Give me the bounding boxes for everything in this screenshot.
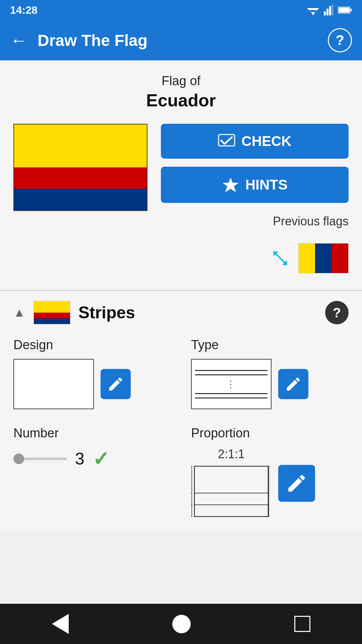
app-bar: ← Draw The Flag ?	[0, 20, 362, 60]
flag-country: Ecuador	[13, 90, 349, 110]
svg-rect-5	[326, 9, 328, 15]
resize-icon	[270, 248, 290, 268]
svg-marker-12	[223, 177, 239, 192]
svg-rect-10	[339, 8, 349, 12]
design-label: Design	[13, 338, 171, 352]
number-control: 3 ✓	[13, 447, 171, 471]
previous-flags: Previous flags	[161, 211, 349, 235]
nav-back-button[interactable]	[52, 614, 69, 634]
navigation-bar	[0, 604, 362, 644]
number-value: 3	[75, 449, 84, 469]
number-label: Number	[13, 426, 171, 440]
proportion-control: 2:1:1	[191, 447, 349, 520]
app-title: Draw The Flag	[38, 31, 328, 50]
proportion-diagram-svg	[191, 465, 272, 518]
help-button[interactable]: ?	[328, 28, 352, 52]
check-icon	[218, 134, 235, 149]
svg-rect-18	[194, 493, 268, 505]
type-label: Type	[191, 338, 349, 352]
design-field: Design	[13, 338, 171, 409]
previous-flags-label: Previous flags	[273, 214, 349, 228]
number-slider[interactable]	[13, 458, 67, 460]
stripes-title: Stripes	[78, 303, 317, 322]
flag-buttons-row: CHECK HINTS Previous flags	[13, 124, 349, 273]
collapse-icon[interactable]: ▲	[13, 306, 25, 320]
design-preview	[13, 359, 94, 409]
proportion-ratio: 2:1:1	[191, 447, 272, 461]
svg-rect-9	[350, 9, 352, 11]
resize-arrows-icon	[270, 248, 290, 268]
previous-flag-thumbnail[interactable]	[298, 243, 349, 273]
flag-stripe-blue	[14, 189, 147, 210]
previous-flags-row	[161, 243, 349, 273]
pencil-icon	[107, 375, 124, 393]
proportion-diagram: 2:1:1	[191, 447, 272, 520]
stripes-help-button[interactable]: ?	[325, 301, 349, 324]
svg-rect-4	[324, 11, 326, 15]
flag-subtitle: Flag of	[13, 74, 349, 88]
design-control	[13, 359, 171, 409]
type-edit-button[interactable]	[278, 369, 308, 399]
proportion-label: Proportion	[191, 426, 349, 440]
number-checkmark: ✓	[93, 447, 109, 471]
back-triangle-icon	[52, 614, 69, 634]
status-icons	[307, 5, 352, 15]
svg-rect-7	[332, 5, 333, 15]
wifi-icon	[307, 5, 319, 15]
star-icon	[222, 176, 239, 194]
status-time: 14:28	[10, 4, 38, 16]
svg-rect-6	[329, 6, 331, 15]
type-control: ⋮	[191, 359, 349, 409]
slider-thumb[interactable]	[13, 453, 24, 464]
recents-square-icon	[294, 616, 310, 632]
number-proportion-row: Number 3 ✓ Proportion 2:1:1	[13, 426, 349, 520]
number-field: Number 3 ✓	[13, 426, 171, 471]
back-button[interactable]: ←	[10, 30, 27, 50]
svg-rect-17	[194, 466, 268, 493]
stripes-section: ▲ Stripes ? Design T	[0, 291, 362, 530]
proportion-field: Proportion 2:1:1	[191, 426, 349, 520]
design-edit-button[interactable]	[101, 369, 131, 399]
pencil-icon	[285, 375, 302, 393]
svg-rect-16	[194, 466, 268, 517]
stripes-header: ▲ Stripes ?	[13, 301, 349, 324]
nav-recents-button[interactable]	[294, 616, 310, 632]
signal-icon	[324, 5, 333, 15]
type-preview: ⋮	[191, 359, 272, 409]
nav-home-button[interactable]	[172, 615, 191, 633]
battery-icon	[338, 6, 352, 14]
home-circle-icon	[172, 615, 191, 633]
pencil-icon	[286, 472, 308, 494]
check-button[interactable]: CHECK	[161, 124, 349, 159]
main-content: Flag of Ecuador CHECK	[0, 60, 362, 290]
flag-stripe-yellow	[14, 124, 147, 167]
flag-stripe-red	[14, 167, 147, 189]
action-buttons: CHECK HINTS Previous flags	[161, 124, 349, 273]
ecuador-flag	[13, 124, 147, 211]
design-type-row: Design Type ⋮	[13, 338, 349, 409]
status-bar: 14:28	[0, 0, 362, 20]
proportion-edit-button[interactable]	[278, 465, 315, 502]
svg-rect-19	[194, 505, 268, 517]
stripes-mini-flag	[34, 301, 70, 324]
type-field: Type ⋮	[191, 338, 349, 409]
hints-button[interactable]: HINTS	[161, 167, 349, 203]
